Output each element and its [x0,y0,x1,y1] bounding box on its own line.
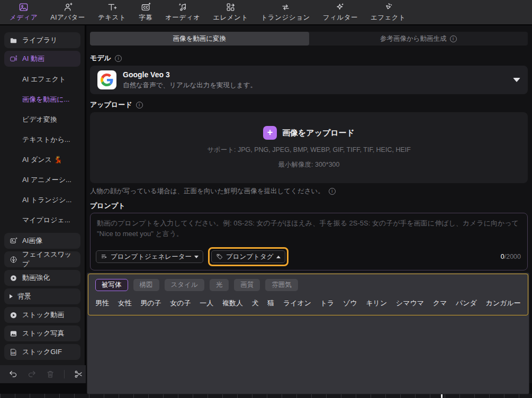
prompt-tags-popup: 被写体 構図 スタイル 光 画質 雰囲気 男性 女性 男の子 女の子 一人 複数… [87,273,529,394]
sidebar-item-video-enhance[interactable]: 動画強化 [4,270,80,286]
tab-text-label: テキスト [98,13,126,22]
info-icon [450,35,457,42]
char-count: 0 [501,253,504,260]
tag-word[interactable]: 猫 [267,298,274,308]
sidebar-subitem-ai-transition[interactable]: AI トランジシ... [22,190,80,210]
info-icon[interactable] [115,55,122,62]
app-window: メディア AIアバター テキスト 字幕 オーディオ エレメント トランジション [0,0,532,398]
tab-text[interactable]: テキスト [92,0,132,24]
tab-media[interactable]: メディア [3,0,44,24]
edit-toolbar [0,365,86,383]
text-icon [107,2,117,12]
image-upload-dropzone[interactable]: 画像をアップロード サポート: JPG, PNG, JPEG, BMP, WEB… [90,112,528,183]
tab-captions-label: 字幕 [139,13,152,22]
sidebar-item-label: フェイススワップ [22,250,75,269]
playhead[interactable] [441,394,443,398]
expand-arrow-icon [10,294,13,298]
sidebar-subitem-ai-effects[interactable]: AI エフェクト [22,69,80,89]
tab-ai-avatar[interactable]: AIアバター [44,0,92,24]
plus-icon[interactable] [263,126,277,140]
sidebar-item-face-swap[interactable]: フェイススワップ [4,251,80,267]
top-navbar: メディア AIアバター テキスト 字幕 オーディオ エレメント トランジション [0,0,532,25]
char-limit: /2000 [504,253,521,260]
tag-category-section: 被写体 構図 スタイル 光 画質 雰囲気 男性 女性 男の子 女の子 一人 複数… [88,274,528,315]
delete-icon[interactable] [46,369,55,379]
chevron-up-icon [276,256,281,258]
tag-category-subject[interactable]: 被写体 [95,279,128,291]
tag-word[interactable]: ライオン [283,298,311,308]
tag-word[interactable]: トラ [320,298,335,308]
model-label-text: モデル [90,53,111,63]
tag-category-composition[interactable]: 構図 [133,279,159,291]
tag-category-quality[interactable]: 画質 [234,279,260,291]
sidebar-subitem-ai-dance[interactable]: AI ダンス 💃 [22,150,80,170]
char-counter: 0/2000 [501,253,521,260]
tag-word[interactable]: クマ [433,298,447,308]
sidebar-item-library[interactable]: ライブラリ [4,32,80,48]
sidebar-item-label: ストック動画 [22,310,64,320]
redo-icon[interactable] [27,369,37,379]
tab-effects[interactable]: エフェクト [364,0,412,24]
upload-section-label: アップロード [90,101,528,109]
sidebar-item-stock-photo[interactable]: ストック写真 [4,325,80,341]
tab-elements[interactable]: エレメント [206,0,254,24]
mode-tabbar: 画像を動画に変換 参考画像から動画生成 [90,32,528,46]
tag-word[interactable]: キリン [366,298,387,308]
tag-word[interactable]: 男の子 [140,298,161,308]
tab-audio-label: オーディオ [165,13,200,22]
split-scissors-icon[interactable] [74,369,83,379]
model-description: 自然な音声で、リアルな出力を実現します。 [123,81,513,90]
prompt-editor: プロンプトジェネレーター プロンプトタグ 0/2000 [90,213,528,270]
sidebar-subitem-video-convert[interactable]: ビデオ変換 [22,110,80,130]
tag-word[interactable]: 犬 [252,298,259,308]
prompt-input[interactable] [97,218,521,249]
tab-audio[interactable]: オーディオ [159,0,206,24]
sidebar-item-stock-video[interactable]: ストック動画 [4,307,80,323]
sidebar-item-ai-video[interactable]: AI 動画 [4,51,80,67]
sidebar-item-stock-gif[interactable]: GIF ストックGIF [4,344,80,360]
tab-label: 画像を動画に変換 [173,34,226,43]
tab-captions[interactable]: 字幕 [132,0,159,24]
tag-category-light[interactable]: 光 [210,279,229,291]
chevron-down-icon[interactable] [513,78,520,82]
stock-photo-icon [10,330,17,338]
face-note: 人物の顔が写っている場合は、正面を向いた鮮明な画像を提出してください。 [90,187,528,195]
tab-ref-to-video[interactable]: 参考画像から動画生成 [309,32,528,46]
prompt-tags-button[interactable]: プロンプトタグ [211,250,285,263]
info-icon[interactable] [329,188,336,195]
prompt-generator-button[interactable]: プロンプトジェネレーター [96,250,203,263]
sidebar-subitem-my-projects[interactable]: マイプロジェ... [22,210,80,230]
info-icon[interactable] [136,102,143,108]
upload-button-row[interactable]: 画像をアップロード [263,126,355,140]
stock-video-icon [10,311,17,319]
tab-image-to-video[interactable]: 画像を動画に変換 [90,32,309,46]
sidebar-item-label: AI 動画 [22,54,44,64]
tag-word[interactable]: 男性 [95,298,109,308]
sidebar-subitem-text-to-video[interactable]: テキストから... [22,130,80,150]
tab-transitions[interactable]: トランジション [255,0,317,24]
tag-word[interactable]: ゾウ [343,298,357,308]
sidebar-subitem-image-to-video[interactable]: 画像を動画に... [22,89,80,110]
model-selector[interactable]: Google Veo 3 自然な音声で、リアルな出力を実現します。 [90,66,528,94]
sidebar: ライブラリ AI 動画 AI エフェクト 画像を動画に... ビデオ変換 テキス… [0,25,86,365]
timeline-ruler[interactable] [0,394,532,398]
sidebar-item-background[interactable]: 背景 [4,288,80,304]
sidebar-item-ai-image[interactable]: AI画像 [4,233,80,249]
tag-category-style[interactable]: スタイル [165,279,204,291]
tag-word[interactable]: カンガルー [486,298,521,308]
undo-icon[interactable] [8,369,18,379]
sidebar-subitem-ai-animation[interactable]: AI アニメーシ... [22,170,80,190]
folder-icon [10,37,17,44]
tag-word[interactable]: 複数人 [222,298,243,308]
tag-word[interactable]: 女性 [118,298,132,308]
media-icon [19,2,29,12]
captions-icon [141,2,151,12]
tag-word[interactable]: 一人 [200,298,213,308]
prompt-generator-label: プロンプトジェネレーター [111,252,192,261]
face-note-text: 人物の顔が写っている場合は、正面を向いた鮮明な画像を提出してください。 [90,187,324,196]
tab-filters[interactable]: フィルター [317,0,364,24]
tag-word[interactable]: パンダ [456,298,477,308]
tag-category-mood[interactable]: 雰囲気 [265,279,298,291]
tag-word[interactable]: 女の子 [170,298,191,308]
tag-word[interactable]: シマウマ [396,298,424,308]
